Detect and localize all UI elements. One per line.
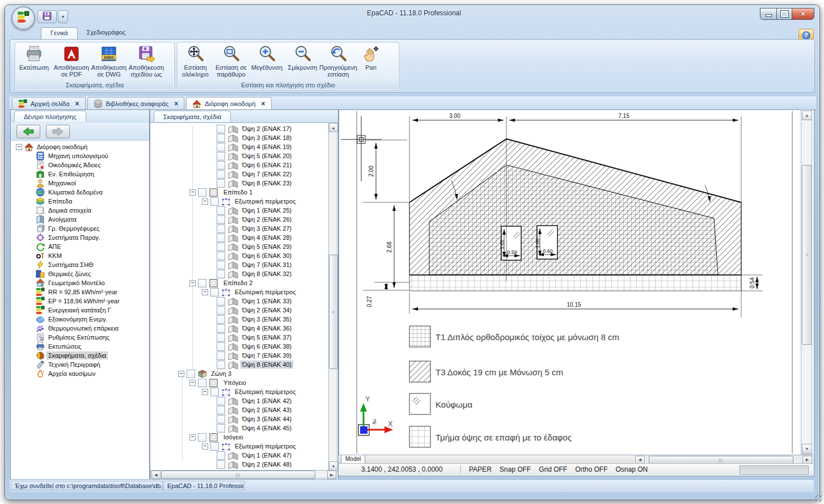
nav-back-button[interactable]	[16, 125, 40, 138]
sketch-tree-item-view[interactable]: Όψη 4 (ENAK 36)	[150, 324, 293, 333]
navigation-panel-tab[interactable]: Δέντρο πλοήγησης	[14, 111, 86, 122]
expand-collapse-icon[interactable]	[202, 198, 208, 205]
nav-tree-item[interactable]: Εξοικονόμηση Ενεργ.	[11, 315, 109, 324]
nav-tree-item[interactable]: Γεωμετρικό Μοντέλο	[11, 278, 106, 287]
tree-checkbox[interactable]	[217, 143, 225, 151]
sketch-tree-item-zone[interactable]: Ζώνη 3	[150, 369, 233, 378]
ribbon-button-save-as[interactable]: Αποθήκευση σχεδίου ως	[128, 44, 165, 81]
tree-checkbox[interactable]	[217, 134, 225, 142]
nav-tree-item[interactable]: ΚΚΜ	[11, 251, 63, 260]
tree-checkbox[interactable]	[198, 379, 206, 387]
scroll-down-icon[interactable]: ▼	[802, 444, 812, 454]
tree-checkbox[interactable]	[217, 170, 225, 179]
tree-checkbox[interactable]	[210, 288, 219, 297]
ribbon-tab-Σχεδιογράφος[interactable]: Σχεδιογράφος	[78, 27, 135, 40]
expand-collapse-icon[interactable]	[178, 371, 184, 377]
application-menu-button[interactable]	[11, 6, 35, 30]
quick-access-dropdown-icon[interactable]: ▾	[58, 10, 68, 23]
scroll-up-icon[interactable]: ▲	[329, 123, 338, 132]
nav-tree-item[interactable]: ΑΠΕ	[11, 242, 62, 251]
expand-collapse-icon[interactable]	[189, 434, 196, 441]
tree-checkbox[interactable]	[210, 442, 219, 451]
sketch-tree-item-view[interactable]: Όψη 4 (ENAK 28)	[150, 233, 293, 242]
tree-checkbox[interactable]	[217, 225, 225, 233]
tree-checkbox[interactable]	[217, 406, 225, 414]
expand-collapse-icon[interactable]	[189, 380, 196, 386]
document-tab-energy-label[interactable]: Αρχική σελίδα×	[12, 97, 86, 109]
expand-collapse-icon[interactable]	[189, 189, 196, 196]
sketch-tree-item-view[interactable]: Όψη 8 (ENAK 23)	[150, 179, 293, 188]
tree-checkbox[interactable]	[217, 161, 225, 170]
sketch-tree-item-view[interactable]: Όψη 5 (ENAK 29)	[150, 242, 293, 251]
tree-checkbox[interactable]	[217, 324, 225, 333]
nav-tree-item[interactable]: Δομικά στοιχεία	[11, 206, 92, 215]
scroll-up-icon[interactable]: ▲	[802, 111, 812, 120]
nav-tree-item[interactable]: Διόροφη οικοδομή	[11, 142, 88, 151]
nav-tree-item[interactable]: EP = 118,96 kWh/m²·year	[11, 297, 121, 306]
status-toggle-snap[interactable]: Snap OFF	[500, 465, 531, 473]
tree-checkbox[interactable]	[217, 333, 225, 342]
nav-tree-item[interactable]: Κλιματικά δεδομένα	[11, 188, 104, 197]
sketch-tree-item-view[interactable]: Όψη 1 (ENAK 47)	[150, 451, 293, 460]
tab-close-icon[interactable]: ×	[261, 100, 265, 108]
nav-tree-item[interactable]: Επίπεδα	[11, 197, 73, 206]
ribbon-button-zoom-previous[interactable]: Προηγούμενη εστίαση	[320, 44, 356, 81]
ribbon-button-pdf[interactable]: Αποθήκευση σε PDF	[53, 44, 90, 81]
nav-tree-item[interactable]: RR = 92,85 kWh/m²·year	[11, 287, 119, 297]
sketch-tree-item-level[interactable]: Επίπεδο 2	[150, 278, 253, 287]
sketch-tree-item-view[interactable]: Όψη 2 (ENAK 48)	[150, 460, 293, 469]
sketch-tree-item-view[interactable]: Όψη 5 (ENAK 37)	[150, 333, 293, 342]
status-toggle-grid[interactable]: Grid OFF	[539, 465, 567, 473]
sketch-tree-item-view[interactable]: Όψη 3 (ENAK 27)	[150, 224, 293, 233]
space-mode[interactable]: PAPER	[469, 465, 492, 473]
minimize-button[interactable]	[760, 8, 777, 20]
nav-tree-item[interactable]: Εν. Επιθεώρηση	[11, 170, 95, 179]
scroll-down-icon[interactable]: ▼	[329, 461, 338, 471]
sketch-tree-item-view[interactable]: Όψη 3 (ENAK 44)	[150, 414, 293, 423]
tree-checkbox[interactable]	[217, 270, 225, 278]
sketch-tree-item-view[interactable]: Όψη 3 (ENAK 18)	[150, 133, 293, 142]
sketch-tree-item-view[interactable]: Όψη 1 (ENAK 25)	[150, 206, 293, 215]
hscrollbar-thumb[interactable]: |||	[161, 471, 315, 479]
sketch-tree-item-view[interactable]: Όψη 4 (ENAK 19)	[150, 142, 293, 151]
status-toggle-ortho[interactable]: Ortho OFF	[575, 465, 607, 473]
tree-checkbox[interactable]	[217, 252, 225, 260]
sketch-tree-item-perimeter[interactable]: Εξωτερική περίμετρος	[150, 387, 297, 396]
tree-checkbox[interactable]	[217, 315, 225, 324]
tree-checkbox[interactable]	[210, 388, 219, 396]
tree-checkbox[interactable]	[217, 351, 225, 360]
tree-checkbox[interactable]	[198, 188, 206, 197]
nav-tree-item[interactable]: Οικοδομικές Άδειες	[11, 160, 102, 170]
sketch-tree-item-perimeter[interactable]: Εξωτερική περίμετρος	[150, 197, 297, 206]
sketch-tree-item-view[interactable]: Όψη 2 (ENAK 17)	[150, 124, 293, 133]
ribbon-button-zoom-in[interactable]: Μεγέθυνση	[249, 44, 285, 81]
sketch-tree-item-view[interactable]: Όψη 3 (ENAK 35)	[150, 315, 293, 324]
tree-checkbox[interactable]	[217, 415, 225, 423]
tree-checkbox[interactable]	[210, 197, 219, 206]
ribbon-button-zoom-out[interactable]: Σμίκρυνση	[285, 44, 320, 81]
ribbon-button-dwg[interactable]: DWGΑποθήκευση σε DWG	[90, 44, 128, 81]
tree-checkbox[interactable]	[217, 460, 225, 469]
sketch-tree-item-view[interactable]: Όψη 2 (ENAK 34)	[150, 306, 293, 315]
expand-collapse-icon[interactable]	[202, 289, 208, 295]
cad-hscrollbar[interactable]: ◀ ||| ▶	[634, 455, 813, 463]
scroll-left-icon[interactable]: ◀	[635, 456, 645, 464]
expand-collapse-icon[interactable]	[189, 280, 196, 286]
tree-checkbox[interactable]	[217, 424, 225, 433]
document-tab-database[interactable]: Βιβλιοθήκες αναφοράς×	[87, 97, 185, 109]
sketch-tree-item-view[interactable]: Όψη 1 (ENAK 33)	[150, 297, 293, 306]
ribbon-button-pan[interactable]: Pan	[356, 44, 386, 81]
tree-checkbox[interactable]	[217, 234, 225, 242]
ribbon-button-zoom-window[interactable]: Εστίαση σε παράθυρο	[213, 44, 249, 81]
sketch-tree-item-perimeter[interactable]: Εξωτερική περίμετρος	[150, 442, 297, 451]
nav-tree-item[interactable]: Τεχνική Περιγραφή	[11, 360, 102, 369]
sketch-tree-item-level[interactable]: Επίπεδο 1	[150, 188, 253, 197]
nav-tree-item[interactable]: Ρυθμίσεις Εκτύπωσης	[11, 333, 111, 342]
tree-checkbox[interactable]	[217, 243, 225, 251]
expand-collapse-icon[interactable]	[202, 389, 208, 395]
tree-checkbox[interactable]	[217, 451, 225, 460]
tab-close-icon[interactable]: ×	[75, 100, 79, 108]
tree-checkbox[interactable]	[217, 397, 225, 405]
sketch-tree-item-perimeter[interactable]: Εξωτερική περίμετρος	[150, 287, 297, 297]
tree-checkbox[interactable]	[217, 152, 225, 160]
